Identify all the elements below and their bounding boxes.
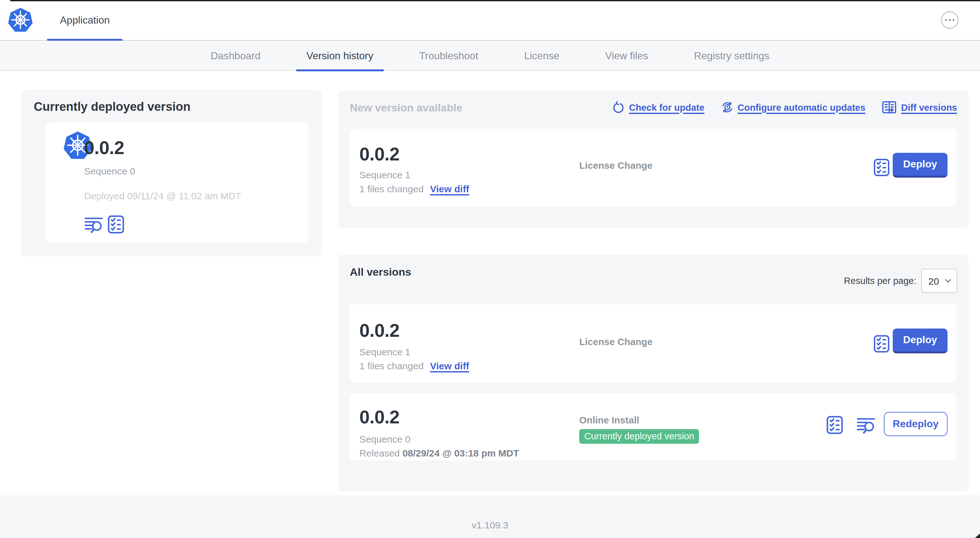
preflight-checks-icon[interactable] [108, 215, 124, 234]
top-bar: Application [0, 0, 980, 41]
files-changed-row: 1 files changed View diff [360, 183, 469, 194]
all-versions-title: All versions [350, 266, 411, 279]
version-source: License Change [579, 160, 652, 171]
released-date: 08/29/24 @ 03:18 pm MDT [402, 448, 519, 459]
preflight-checks-icon[interactable] [826, 416, 843, 434]
ellipsis-icon [945, 19, 947, 21]
deployed-timestamp: Deployed 09/11/24 @ 11:02 am MDT [84, 190, 241, 201]
currently-deployed-title: Currently deployed version [34, 100, 191, 114]
kubernetes-logo-icon [8, 8, 33, 33]
check-for-update-link[interactable]: Check for update [612, 101, 705, 113]
deploy-button[interactable]: Deploy [893, 329, 948, 353]
row-sequence: Sequence 0 [360, 433, 410, 444]
deployed-version-number: 0.0.2 [84, 138, 124, 158]
refresh-icon [612, 101, 624, 113]
row-version-number: 0.0.2 [360, 407, 399, 427]
released-timestamp: Released 08/29/24 @ 03:18 pm MDT [360, 448, 519, 459]
new-version-panel: New version available Check for update [338, 90, 969, 228]
deploy-logs-icon[interactable] [856, 417, 876, 434]
currently-deployed-card: 0.0.2 Sequence 0 Deployed 09/11/24 @ 11:… [45, 122, 309, 243]
active-app-tab-underline [47, 39, 123, 41]
configure-automatic-updates-link[interactable]: Configure automatic updates [721, 101, 865, 113]
new-version-number: 0.0.2 [360, 144, 399, 164]
cursor-artifact [975, 533, 980, 538]
view-diff-link[interactable]: View diff [430, 183, 469, 194]
redeploy-button[interactable]: Redeploy [884, 412, 948, 436]
diff-versions-link[interactable]: Diff versions [882, 101, 957, 114]
app-nav-tabs: Dashboard Version history Troubleshoot L… [0, 41, 980, 71]
app-tab[interactable]: Application [47, 0, 123, 41]
preflight-checks-icon[interactable] [873, 159, 889, 176]
version-source: License Change [579, 336, 652, 347]
preflight-checks-icon[interactable] [873, 335, 889, 353]
more-menu-button[interactable] [941, 11, 958, 29]
footer: v1.109.3 [0, 495, 980, 538]
app-tab-label: Application [60, 15, 110, 26]
chevron-down-icon [945, 279, 951, 283]
view-diff-link[interactable]: View diff [430, 360, 469, 371]
currently-deployed-badge: Currently deployed version [579, 429, 699, 444]
version-source: Online Install [579, 414, 639, 425]
tab-troubleshoot[interactable]: Troubleshoot [409, 41, 489, 71]
all-versions-panel: All versions Results per page: 20 0.0.2 … [338, 255, 969, 492]
version-actions: Check for update Configure automatic upd… [612, 101, 957, 114]
tab-registry-settings[interactable]: Registry settings [684, 41, 780, 71]
deploy-logs-icon[interactable] [84, 216, 104, 234]
version-row: 0.0.2 Sequence 0 Released 08/29/24 @ 03:… [350, 393, 956, 460]
results-per-page-select[interactable]: 20 [921, 269, 957, 293]
tab-version-history[interactable]: Version history [296, 41, 383, 71]
currently-deployed-panel: Currently deployed version 0.0.2 Sequenc… [21, 90, 322, 257]
tab-view-files[interactable]: View files [595, 41, 659, 71]
deployed-sequence: Sequence 0 [84, 165, 135, 176]
window-edge-strip [10, 0, 980, 1]
version-row: 0.0.2 Sequence 1 1 files changed View di… [350, 304, 956, 382]
row-sequence: Sequence 1 [360, 346, 410, 357]
auto-update-clock-icon [721, 101, 733, 113]
results-per-page: Results per page: 20 [844, 269, 957, 293]
new-version-title: New version available [350, 102, 462, 114]
new-version-card: 0.0.2 Sequence 1 1 files changed View di… [350, 129, 956, 206]
row-version-number: 0.0.2 [360, 320, 399, 341]
deploy-button[interactable]: Deploy [893, 153, 948, 178]
new-version-sequence: Sequence 1 [360, 169, 410, 180]
diff-versions-icon [882, 101, 897, 114]
results-per-page-label: Results per page: [844, 276, 916, 286]
files-changed-text: 1 files changed [360, 183, 424, 194]
tab-dashboard[interactable]: Dashboard [200, 41, 271, 71]
kots-admin-page: Application Dashboard Version history Tr… [0, 0, 980, 538]
files-changed-text: 1 files changed [360, 360, 424, 371]
tab-license[interactable]: License [514, 41, 570, 71]
files-changed-row: 1 files changed View diff [360, 360, 469, 371]
console-version: v1.109.3 [0, 519, 980, 530]
